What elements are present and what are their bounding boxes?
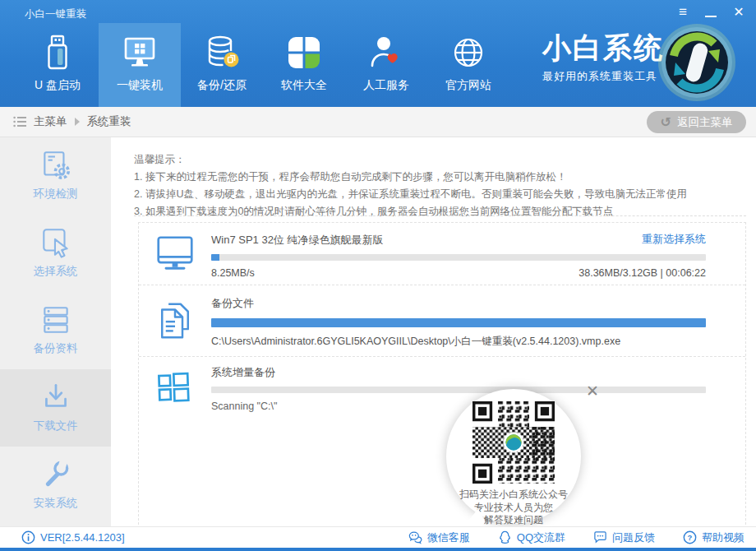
usb-drive-icon [38,33,77,72]
reselect-system-link[interactable]: 重新选择系统 [642,232,706,247]
download-row: 重新选择系统 Win7 SP1 32位 纯净绿色旗舰最新版 8.25MB/s 3… [139,223,745,285]
select-system-icon [39,225,73,260]
feedback-bubble-icon [593,530,607,544]
download-files-icon [39,380,73,414]
monitor-icon [120,33,159,72]
download-progressbar [211,254,706,261]
tips-line: 1. 接下来的过程无需您的干预，程序会帮助您自动完成剩下的步骤，您可以离开电脑稍… [134,169,687,186]
qr-code [472,401,555,484]
globe-icon [449,33,488,72]
database-backup-icon [202,33,242,72]
footer-links: 微信客服 QQ交流群 问题反馈 ? 帮助视频 [408,530,744,545]
back-button-label: 返回主菜单 [677,115,733,130]
qr-text-line: 专业技术人员为您 [446,502,581,515]
sidebar-label: 备份资料 [0,341,111,356]
header: 小白一键重装 ≡ ✕ U 盘启动 [0,0,756,107]
nav-label: 软件大全 [263,78,345,93]
nav-usb-boot[interactable]: U 盘启动 [16,23,99,107]
backup-row: 备份文件 C:\Users\Administrator.6GYGLI5KAOYG… [139,285,745,357]
tips-line: 3. 如果遇到下载速度为0的情况时请耐心等待几分钟，服务器会自动根据您当前网络位… [134,203,687,220]
sidebar-item-download-files[interactable]: 下载文件 [0,369,111,447]
return-arrow-icon: ↺ [661,116,671,129]
download-progress-label: 38.36MB/3.12GB | 00:06:22 [579,267,706,279]
app-window: 小白一键重装 ≡ ✕ U 盘启动 [0,0,756,551]
nav-label: 备份/还原 [181,78,263,93]
backup-data-icon [39,303,73,337]
sidebar-label: 选择系统 [0,264,111,279]
sidebar-item-install-system[interactable]: 安装系统 [0,447,111,524]
sidebar-label: 环境检测 [0,187,111,201]
qq-group-link[interactable]: QQ交流群 [498,530,565,545]
brand: 小白系统 最好用的系统重装工具 [542,33,664,84]
feedback-link[interactable]: 问题反馈 [593,530,655,545]
main-content: 温馨提示： 1. 接下来的过程无需您的干预，程序会帮助您自动完成剩下的步骤，您可… [111,137,756,526]
version-label: VER[2.5.44.1203] [40,531,125,544]
backup-progress-fill [211,318,706,327]
sidebar-item-select-system[interactable]: 选择系统 [0,215,111,292]
support-person-icon [366,33,406,72]
incremental-backup-row: 系统增量备份 Scanning "C:\" [139,357,745,417]
nav-label: 一键装机 [99,78,181,93]
progress-panel: 重新选择系统 Win7 SP1 32位 纯净绿色旗舰最新版 8.25MB/s 3… [138,222,746,551]
tips-title: 温馨提示： [134,151,687,169]
breadcrumb-root[interactable]: 主菜单 [34,114,67,129]
backup-path: C:\Users\Administrator.6GYGLI5KAOYGIIL\D… [211,335,706,349]
version-info: VER[2.5.44.1203] [21,530,125,544]
nav-software[interactable]: 软件大全 [263,23,345,107]
sidebar-item-env-check[interactable]: 环境检测 [0,137,111,215]
window-controls: ≡ ✕ [675,5,746,20]
list-icon [13,116,26,127]
wechat-support-link[interactable]: 微信客服 [408,530,470,545]
sidebar-item-backup-data[interactable]: 备份资料 [0,292,111,369]
env-check-icon [39,148,73,183]
nav-label: U 盘启动 [16,78,99,93]
nav-one-click-install[interactable]: 一键装机 [99,23,181,107]
download-title: Win7 SP1 32位 纯净绿色旗舰最新版 [211,234,384,246]
close-icon[interactable]: ✕ [731,5,746,20]
tips-line: 2. 请拔掉U盘、移动硬盘，退出光驱内的光盘，并保证系统重装过程不断电。否则重装… [134,186,687,203]
svg-text:?: ? [688,533,693,542]
footer-bar: VER[2.5.44.1203] 微信客服 QQ交流群 [0,526,756,548]
breadcrumb-bar: 主菜单 系统重装 ↺ 返回主菜单 [0,107,756,137]
brand-logo-icon [656,21,738,104]
sidebar-steps: 环境检测 选择系统 备份资料 [0,137,111,526]
minimize-icon[interactable] [703,5,718,20]
backup-body: 备份文件 C:\Users\Administrator.6GYGLI5KAOYG… [211,285,745,356]
qr-popup-close-icon[interactable]: ✕ [584,384,601,401]
wechat-icon [408,530,422,544]
brand-name: 小白系统 [542,33,664,62]
top-nav: U 盘启动 一键装机 [16,23,509,107]
incremental-title: 系统增量备份 [211,365,706,380]
nav-official-site[interactable]: 官方网站 [427,23,509,107]
tips-block: 温馨提示： 1. 接下来的过程无需您的干预，程序会帮助您自动完成剩下的步骤，您可… [134,151,687,220]
sidebar-label: 安装系统 [0,496,111,511]
backup-title: 备份文件 [211,296,706,311]
qq-icon [498,530,512,544]
qr-text-line: 扫码关注小白系统公众号 [446,488,581,502]
qr-popup-bubble: 扫码关注小白系统公众号 专业技术人员为您 解答疑难问题 [446,389,581,524]
help-icon: ? [683,530,697,544]
footer-link-label: 微信客服 [427,530,470,545]
qr-text-line: 解答疑难问题 [446,514,581,527]
footer-link-label: 帮助视频 [702,530,744,545]
menu-icon[interactable]: ≡ [675,5,690,20]
backup-progressbar [211,318,706,327]
back-to-main-menu-button[interactable]: ↺ 返回主菜单 [647,111,746,133]
footer-link-label: QQ交流群 [517,530,565,545]
nav-label: 官方网站 [427,78,509,93]
qr-popup-text: 扫码关注小白系统公众号 专业技术人员为您 解答疑难问题 [446,488,581,527]
breadcrumb-arrow-icon [75,118,80,126]
download-speed: 8.25MB/s [211,267,255,279]
monitor-outline-icon [139,223,211,285]
sidebar-label: 下载文件 [0,419,111,433]
breadcrumb: 主菜单 系统重装 [13,107,131,137]
footer-link-label: 问题反馈 [612,530,655,545]
footer-accent-strip [0,548,756,551]
windows-logo-icon [139,357,211,417]
info-icon [21,530,35,544]
window-title: 小白一键重装 [25,7,86,21]
help-video-link[interactable]: ? 帮助视频 [683,530,744,545]
nav-human-support[interactable]: 人工服务 [345,23,427,107]
nav-backup-restore[interactable]: 备份/还原 [181,23,263,107]
clover-software-icon [284,33,324,72]
